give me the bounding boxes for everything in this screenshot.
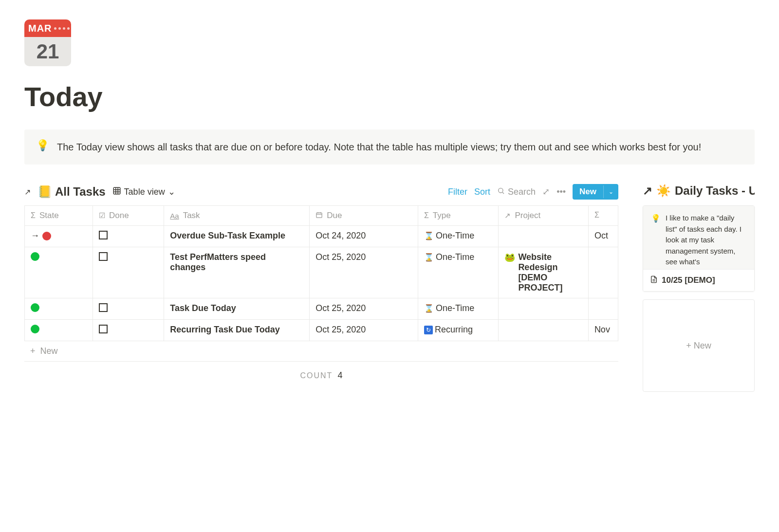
more-button[interactable]: •••: [556, 187, 566, 197]
callout-text: The Today view shows all tasks that are …: [57, 139, 701, 155]
svg-line-6: [502, 192, 504, 194]
status-dot-green: [31, 252, 39, 261]
new-row-button[interactable]: + New: [24, 341, 618, 362]
bulb-icon: 💡: [36, 139, 49, 155]
task-title[interactable]: Recurring Task Due Today: [170, 325, 279, 334]
count-footer: COUNT 4: [24, 362, 618, 389]
status-dot-green: [31, 303, 39, 312]
hourglass-icon: ⌛: [424, 231, 434, 240]
chevron-down-icon[interactable]: ⌄: [603, 185, 618, 198]
table-row[interactable]: Recurring Task Due Today Oct 25, 2020 ↻ …: [25, 320, 618, 341]
due-date: Oct 25, 2020: [315, 252, 366, 262]
sigma-icon: Σ: [424, 211, 429, 220]
document-icon: [650, 275, 658, 285]
expand-button[interactable]: ⤢: [542, 186, 550, 197]
type-cell: ⌛ One-Time: [424, 231, 492, 241]
tasks-table: ΣState ☑Done AaTask Due ΣType: [24, 205, 618, 341]
state-cell: [31, 325, 87, 333]
svg-point-5: [499, 188, 503, 192]
plus-icon: +: [686, 341, 691, 351]
state-cell: →: [31, 231, 87, 241]
calendar-day: 21: [37, 40, 59, 63]
done-checkbox[interactable]: [99, 231, 108, 239]
status-dot-green: [31, 325, 39, 333]
hourglass-icon: ⌛: [424, 304, 434, 313]
done-checkbox[interactable]: [99, 252, 108, 261]
table-row[interactable]: → Overdue Sub-Task Example Oct 24, 2020 …: [25, 226, 618, 247]
linked-db-title[interactable]: 📒 All Tasks: [37, 185, 106, 199]
new-button-label: New: [573, 184, 603, 200]
table-header-row: ↗ 📒 All Tasks Table view ⌄ Filter Sort S…: [24, 184, 618, 200]
view-selector[interactable]: Table view ⌄: [112, 186, 175, 198]
count-value: 4: [338, 370, 343, 380]
calendar-month: MAR: [28, 23, 52, 34]
side-card[interactable]: 💡 I like to make a "daily list" of tasks…: [643, 205, 755, 292]
side-panel: ↗ ☀️ Daily Tasks - U 💡 I like to make a …: [643, 184, 755, 392]
search-button[interactable]: Search: [497, 187, 536, 197]
recurring-icon: ↻: [424, 326, 433, 334]
task-title[interactable]: Overdue Sub-Task Example: [170, 231, 285, 240]
table-row[interactable]: Test PerfMatters speed changes Oct 25, 2…: [25, 247, 618, 298]
due-date: Oct 24, 2020: [315, 231, 366, 240]
plus-icon: +: [30, 346, 36, 356]
db-emoji-icon: 📒: [37, 185, 52, 199]
search-icon: [497, 187, 505, 197]
bulb-icon: 💡: [651, 213, 661, 262]
col-state[interactable]: ΣState: [25, 206, 93, 226]
col-project[interactable]: ↗Project: [499, 206, 589, 226]
open-link-icon: ↗: [643, 184, 652, 198]
chevron-down-icon: ⌄: [168, 186, 175, 197]
page-icon[interactable]: MAR 21: [24, 19, 71, 66]
arrow-right-icon: →: [31, 231, 39, 241]
state-cell: [31, 303, 87, 312]
table-row[interactable]: Task Due Today Oct 25, 2020 ⌛ One-Time: [25, 298, 618, 320]
date-icon: [315, 211, 323, 220]
checkbox-icon: ☑: [99, 211, 105, 220]
status-dot-red: [42, 232, 51, 240]
type-cell: ↻ Recurring: [424, 325, 492, 335]
col-task[interactable]: AaTask: [164, 206, 310, 226]
count-label: COUNT: [300, 371, 333, 380]
sigma-icon: Σ: [31, 211, 36, 220]
new-button[interactable]: New ⌄: [573, 184, 618, 200]
due-date: Oct 25, 2020: [315, 325, 366, 334]
task-title[interactable]: Test PerfMatters speed changes: [170, 252, 266, 272]
calendar-dots-icon: [54, 27, 78, 30]
extra-cell: Nov: [594, 325, 610, 334]
filter-button[interactable]: Filter: [448, 187, 467, 197]
side-new-card-button[interactable]: + New: [643, 299, 755, 392]
text-icon: Aa: [170, 212, 179, 220]
task-title[interactable]: Task Due Today: [170, 303, 236, 313]
callout: 💡 The Today view shows all tasks that ar…: [24, 129, 755, 165]
due-date: Oct 25, 2020: [315, 303, 366, 313]
sigma-icon: Σ: [594, 211, 599, 220]
side-title-text: Daily Tasks - U: [675, 184, 755, 198]
done-checkbox[interactable]: [99, 325, 108, 333]
table-view-icon: [112, 186, 121, 198]
hourglass-icon: ⌛: [424, 253, 434, 262]
done-checkbox[interactable]: [99, 303, 108, 312]
type-cell: ⌛ One-Time: [424, 252, 492, 262]
col-extra[interactable]: Σ: [588, 206, 618, 226]
type-cell: ⌛ One-Time: [424, 303, 492, 313]
svg-rect-7: [316, 213, 322, 218]
db-name: All Tasks: [55, 185, 106, 199]
page-title[interactable]: Today: [24, 81, 755, 112]
extra-cell: Oct: [594, 231, 608, 240]
col-due[interactable]: Due: [310, 206, 418, 226]
side-card-footer-text: 10/25 [DEMO]: [662, 275, 715, 285]
side-linked-title[interactable]: ↗ ☀️ Daily Tasks - U: [643, 184, 755, 198]
project-cell[interactable]: 🐸 Website Redesign [DEMO PROJECT]: [504, 252, 582, 293]
side-card-note-text: I like to make a "daily list" of tasks e…: [666, 213, 746, 262]
search-label: Search: [508, 187, 536, 197]
view-label: Table view: [124, 187, 165, 197]
sort-button[interactable]: Sort: [474, 187, 490, 197]
col-type[interactable]: ΣType: [418, 206, 498, 226]
col-done[interactable]: ☑Done: [93, 206, 164, 226]
open-link-icon[interactable]: ↗: [24, 187, 31, 197]
sun-icon: ☀️: [656, 184, 671, 198]
frog-icon: 🐸: [504, 252, 515, 263]
state-cell: [31, 252, 87, 261]
main-table-section: ↗ 📒 All Tasks Table view ⌄ Filter Sort S…: [24, 184, 618, 389]
svg-rect-0: [113, 187, 120, 194]
